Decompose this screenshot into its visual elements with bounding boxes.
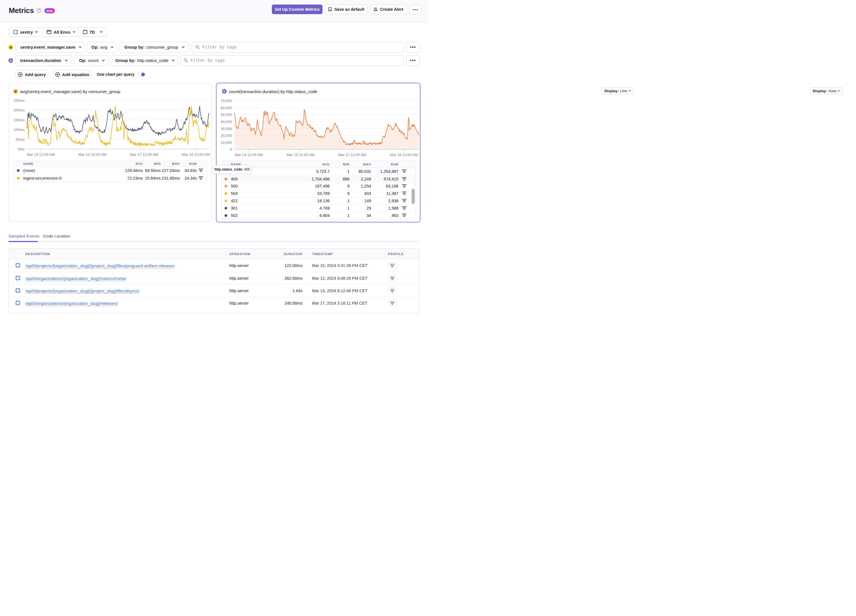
svg-text:50,000: 50,000 <box>221 112 232 117</box>
svg-text:Mar 15 12:00 AM: Mar 15 12:00 AM <box>286 153 314 157</box>
svg-text:0ms: 0ms <box>17 147 25 151</box>
svg-text:Mar 19 12:00 AM: Mar 19 12:00 AM <box>182 152 209 157</box>
svg-text:200ms: 200ms <box>13 108 25 112</box>
svg-text:Mar 17 12:00 AM: Mar 17 12:00 AM <box>130 152 158 157</box>
svg-text:Mar 13 12:00 AM: Mar 13 12:00 AM <box>235 153 263 157</box>
svg-text:Mar 17 12:00 AM: Mar 17 12:00 AM <box>338 153 366 157</box>
svg-text:30,000: 30,000 <box>221 127 232 131</box>
svg-text:250ms: 250ms <box>13 99 25 103</box>
svg-text:Mar 13 12:00 AM: Mar 13 12:00 AM <box>26 152 55 157</box>
svg-text:Mar 15 12:00 AM: Mar 15 12:00 AM <box>79 152 106 157</box>
svg-text:0: 0 <box>230 147 232 152</box>
svg-text:Mar 19 12:00 AM: Mar 19 12:00 AM <box>390 153 418 157</box>
svg-text:10,000: 10,000 <box>221 140 232 145</box>
svg-text:70,000: 70,000 <box>221 99 232 103</box>
svg-text:20,000: 20,000 <box>221 134 232 138</box>
svg-text:150ms: 150ms <box>13 118 25 122</box>
svg-text:50ms: 50ms <box>15 137 25 142</box>
svg-text:60,000: 60,000 <box>221 106 232 110</box>
svg-text:40,000: 40,000 <box>221 120 232 124</box>
svg-text:100ms: 100ms <box>13 128 25 132</box>
svg-text:?: ? <box>38 9 40 12</box>
